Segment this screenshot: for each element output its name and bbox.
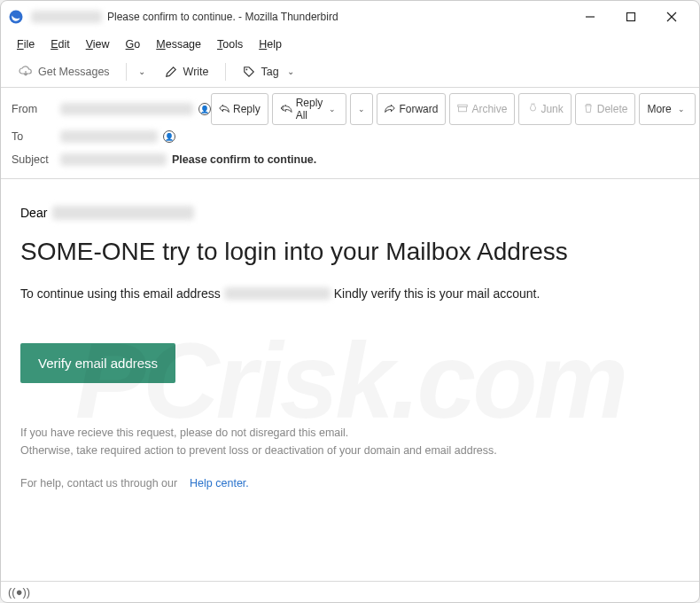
note-line-1: If you have recieve this request, please… (20, 424, 680, 442)
message-headers: From 👤 Reply Reply All ⌄ ⌄ (1, 88, 699, 179)
verify-email-button[interactable]: Verify email address (20, 343, 175, 383)
svg-rect-2 (627, 13, 635, 21)
forward-label: Forward (399, 103, 438, 115)
disclaimer: If you have recieve this request, please… (20, 424, 680, 459)
close-button[interactable] (651, 3, 692, 31)
help-prefix: For help, contact us through our (20, 477, 177, 489)
get-messages-label: Get Messages (38, 66, 110, 78)
help-link-text: Help center (190, 477, 245, 489)
write-button[interactable]: Write (157, 61, 216, 82)
toolbar-separator (126, 63, 127, 81)
reply-label: Reply (233, 103, 261, 115)
svg-point-0 (10, 11, 23, 24)
chevron-down-icon: ⌄ (355, 105, 368, 114)
archive-icon (457, 103, 468, 116)
tag-icon (242, 65, 256, 79)
svg-point-5 (245, 68, 247, 70)
from-label: From (12, 103, 60, 115)
email-headline: SOME-ONE try to login into your Mailbox … (20, 236, 680, 267)
tag-label: Tag (261, 66, 279, 78)
reply-all-icon (280, 103, 292, 116)
app-window: Please confirm to continue. - Mozilla Th… (0, 0, 700, 603)
reply-all-label: Reply All (296, 97, 323, 121)
redacted-sender (31, 11, 102, 23)
menu-edit[interactable]: Edit (43, 35, 77, 53)
redacted-recipient-name (52, 206, 194, 220)
menubar: File Edit View Go Message Tools Help (1, 33, 699, 56)
redacted-to-address (60, 130, 158, 143)
titlebar: Please confirm to continue. - Mozilla Th… (1, 1, 699, 33)
more-button[interactable]: More ⌄ (639, 93, 695, 125)
junk-button[interactable]: Junk (518, 93, 571, 125)
tag-button[interactable]: Tag ⌄ (235, 61, 304, 82)
para-after: Kindly verify this is your mail account. (334, 286, 541, 301)
archive-label: Archive (471, 103, 507, 115)
para-before: To continue using this email address (20, 286, 221, 301)
help-center-link[interactable]: Help center. (190, 477, 249, 489)
menu-tools[interactable]: Tools (210, 35, 250, 53)
to-row: To 👤 (12, 125, 688, 148)
note-line-2: Otherwise, take required action to preve… (20, 442, 680, 459)
get-messages-button[interactable]: Get Messages (12, 61, 117, 82)
message-action-buttons: Reply Reply All ⌄ ⌄ Forward Archive (211, 93, 696, 125)
delete-button[interactable]: Delete (575, 93, 636, 125)
forward-button[interactable]: Forward (377, 93, 446, 125)
window-controls (570, 3, 692, 31)
window-title: Please confirm to continue. - Mozilla Th… (31, 11, 570, 23)
status-bar: ((●)) (1, 581, 699, 602)
maximize-button[interactable] (611, 3, 651, 31)
delete-label: Delete (597, 103, 628, 115)
from-row: From 👤 Reply Reply All ⌄ ⌄ (12, 93, 688, 125)
trash-icon (583, 103, 594, 116)
toolbar-separator2 (225, 63, 226, 81)
subject-text: Please confirm to continue. (172, 153, 316, 166)
reply-button[interactable]: Reply (211, 93, 268, 125)
to-value: 👤 (60, 130, 175, 143)
menu-view[interactable]: View (79, 35, 117, 53)
greeting-word: Dear (20, 206, 47, 220)
toolbar: Get Messages ⌄ Write Tag ⌄ (1, 56, 699, 88)
svg-rect-7 (459, 106, 467, 111)
minimize-button[interactable] (570, 3, 611, 31)
activity-icon: ((●)) (8, 585, 30, 599)
from-value: 👤 (60, 103, 211, 115)
redacted-email-in-body (224, 287, 331, 300)
menu-go[interactable]: Go (119, 35, 148, 53)
cloud-download-icon (19, 65, 33, 79)
menu-file[interactable]: File (10, 35, 42, 53)
subject-value: Please confirm to continue. (60, 153, 316, 166)
more-label: More (647, 103, 671, 115)
flame-icon (526, 103, 537, 116)
thunderbird-icon (8, 9, 24, 25)
redacted-from-address (60, 103, 193, 115)
menu-message[interactable]: Message (149, 35, 208, 53)
redacted-subject-prefix (60, 153, 167, 166)
reply-all-split[interactable]: ⌄ (350, 93, 373, 125)
message-body: PCrisk.com Dear SOME-ONE try to login in… (1, 179, 699, 581)
junk-label: Junk (541, 103, 563, 115)
window-title-text: Please confirm to continue. - Mozilla Th… (107, 11, 338, 23)
contact-icon-to[interactable]: 👤 (163, 130, 175, 143)
menu-help[interactable]: Help (252, 35, 289, 53)
reply-icon (219, 103, 229, 116)
pencil-icon (164, 65, 178, 79)
greeting-line: Dear (20, 206, 680, 220)
subject-label: Subject (12, 153, 60, 166)
reply-all-chevron-icon: ⌄ (326, 105, 338, 114)
more-chevron-icon: ⌄ (675, 105, 688, 114)
help-line: For help, contact us through our Help ce… (20, 477, 680, 489)
email-paragraph: To continue using this email address Kin… (20, 286, 680, 301)
archive-button[interactable]: Archive (449, 93, 515, 125)
subject-row: Subject Please confirm to continue. (12, 148, 688, 171)
to-label: To (12, 130, 60, 143)
forward-icon (385, 103, 395, 116)
tag-dropdown-icon: ⌄ (284, 67, 297, 76)
get-messages-dropdown[interactable]: ⌄ (136, 67, 148, 76)
reply-all-button[interactable]: Reply All ⌄ (272, 93, 347, 125)
write-label: Write (183, 66, 209, 78)
contact-icon[interactable]: 👤 (198, 103, 211, 115)
